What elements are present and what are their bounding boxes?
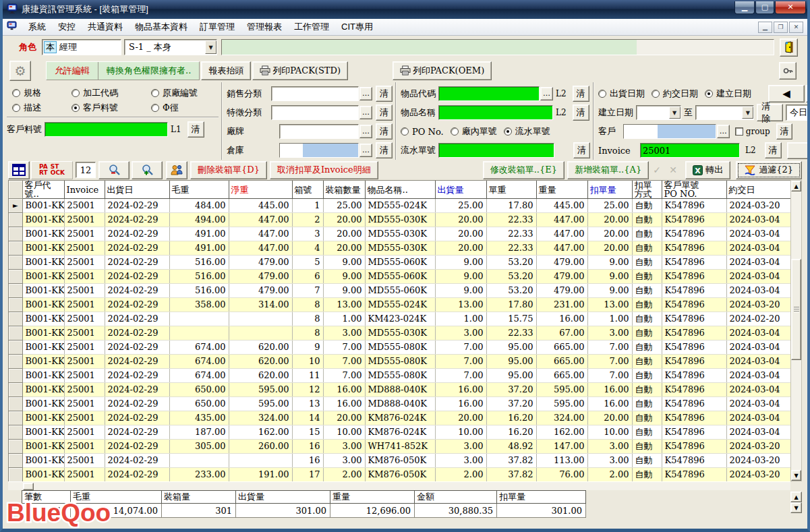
cell[interactable]: 674.00 xyxy=(169,341,229,355)
cell[interactable]: 自動 xyxy=(632,341,662,355)
cell[interactable]: 20.00 xyxy=(435,213,486,227)
cell[interactable]: 自動 xyxy=(632,213,662,227)
cell[interactable]: 12 xyxy=(292,383,323,397)
cell[interactable]: 3.00 xyxy=(435,454,486,468)
cell[interactable]: 2024-02-29 xyxy=(105,397,169,411)
cell[interactable]: 25001 xyxy=(64,227,105,241)
export-button[interactable]: X 轉出 xyxy=(685,161,730,179)
row-selector[interactable] xyxy=(9,468,22,482)
cell[interactable]: 22.33 xyxy=(486,227,536,241)
add-packing-button[interactable]: 新增裝箱單..{A} xyxy=(567,161,649,179)
clear-invoice-button[interactable]: 清 xyxy=(765,142,782,158)
cell[interactable]: 2024-03-04 xyxy=(726,241,791,256)
cell[interactable]: MD555-080K xyxy=(365,369,435,383)
cell[interactable]: 7.00 xyxy=(323,369,365,383)
row-selector[interactable] xyxy=(9,241,22,256)
today-combo[interactable]: 今日 ▼ xyxy=(786,105,810,121)
cell[interactable]: 20.00 xyxy=(435,411,486,425)
cell[interactable]: 10 xyxy=(292,355,323,369)
cell[interactable]: 2024-02-29 xyxy=(105,355,169,369)
cell[interactable]: 1.00 xyxy=(323,312,365,326)
cell[interactable]: 16.00 xyxy=(435,383,486,397)
cell[interactable]: 自動 xyxy=(632,270,662,284)
cell[interactable]: 3.00 xyxy=(587,454,632,468)
cell[interactable]: 2024-03-20 xyxy=(726,468,791,482)
date-to-combo[interactable]: ▼ xyxy=(695,105,755,120)
search-mode-option[interactable]: 加工代碼 xyxy=(71,86,144,100)
row-selector[interactable] xyxy=(9,425,22,440)
cell[interactable]: B001-KK xyxy=(22,326,64,341)
clear-warehouse-button[interactable]: 清 xyxy=(376,142,393,158)
cell[interactable]: 2024-02-29 xyxy=(105,383,169,397)
cell[interactable] xyxy=(229,326,292,341)
warehouse-code-part[interactable] xyxy=(280,144,303,157)
role-select[interactable]: S-1 _ 本身 ▼ xyxy=(124,39,217,55)
customer-input[interactable] xyxy=(623,124,716,139)
cell[interactable]: 2024-02-29 xyxy=(105,468,169,482)
menu-item[interactable]: 管理報表 xyxy=(241,20,288,34)
cell[interactable]: 20.00 xyxy=(435,241,486,256)
cell[interactable]: 1.00 xyxy=(435,312,486,326)
cell[interactable]: 2024-03-04 xyxy=(726,369,791,383)
cell[interactable]: 674.00 xyxy=(169,369,229,383)
cell[interactable]: K547896 xyxy=(662,369,726,383)
table-row[interactable]: B001-KK250012024-02-29187.00162.001510.0… xyxy=(9,425,791,440)
cell[interactable]: 22.33 xyxy=(486,213,536,227)
search-mode-option[interactable]: 客戶料號 xyxy=(71,100,144,115)
cell[interactable]: KM876-024K xyxy=(365,425,435,440)
cell[interactable]: 3.00 xyxy=(587,326,632,341)
cell[interactable]: 25001 xyxy=(64,213,105,227)
cell[interactable]: 2024-02-29 xyxy=(105,227,169,241)
cell[interactable]: 16.00 xyxy=(587,383,632,397)
invoice-input[interactable] xyxy=(640,143,740,158)
customer-name-part[interactable] xyxy=(658,125,716,138)
cell[interactable]: 2024-02-29 xyxy=(105,425,169,440)
cell[interactable]: 17 xyxy=(292,468,323,482)
cell[interactable]: 95.00 xyxy=(486,369,536,383)
cell[interactable]: 595.00 xyxy=(536,383,587,397)
cell[interactable]: 自動 xyxy=(632,440,662,454)
cell[interactable]: B001-KK xyxy=(22,341,64,355)
cell[interactable]: 620.00 xyxy=(229,341,292,355)
item-code-input[interactable] xyxy=(438,86,540,101)
row-selector[interactable] xyxy=(9,383,22,397)
cell[interactable]: 20.00 xyxy=(587,227,632,241)
table-row[interactable]: B001-KK250012024-02-29491.00447.00420.00… xyxy=(9,241,791,256)
cell[interactable]: B001-KK xyxy=(22,312,64,326)
radio-icon[interactable] xyxy=(71,104,80,112)
cell[interactable]: 25001 xyxy=(64,440,105,454)
cell[interactable]: 595.00 xyxy=(536,397,587,411)
cell[interactable]: 2024-03-04 xyxy=(726,383,791,397)
cell[interactable]: 2024-03-20 xyxy=(726,199,791,213)
item-name-input[interactable] xyxy=(438,105,553,120)
cell[interactable]: 67.00 xyxy=(536,326,587,341)
cell[interactable]: 25001 xyxy=(64,199,105,213)
cell[interactable]: MD555-060K xyxy=(365,270,435,284)
cell[interactable]: 113.00 xyxy=(536,454,587,468)
cell[interactable]: K547896 xyxy=(662,241,726,256)
cell[interactable]: 25001 xyxy=(64,468,105,482)
cell[interactable]: 13.00 xyxy=(435,298,486,312)
column-header[interactable]: 毛重 xyxy=(169,181,229,199)
row-selector[interactable] xyxy=(9,227,22,241)
cell[interactable]: 7.00 xyxy=(435,341,486,355)
radio-icon[interactable] xyxy=(151,89,159,97)
cell[interactable]: K547896 xyxy=(662,397,726,411)
zoom-in-button[interactable] xyxy=(132,161,163,179)
cell[interactable]: B001-KK xyxy=(22,411,64,425)
vertical-scrollbar[interactable]: ▲ ▼ xyxy=(790,180,802,481)
table-row[interactable]: B001-KK250012024-02-29435.00324.001420.0… xyxy=(9,411,791,425)
cell[interactable]: 9.00 xyxy=(435,270,486,284)
cell[interactable]: 650.00 xyxy=(169,383,229,397)
cell[interactable]: 20.00 xyxy=(323,213,365,227)
cell[interactable]: 8 xyxy=(292,298,323,312)
clear-customer-part-button[interactable]: 清 xyxy=(187,121,204,138)
cell[interactable]: 2024-03-04 xyxy=(726,256,791,270)
cell[interactable]: 自動 xyxy=(632,284,662,298)
table-row[interactable]: B001-KK250012024-02-29674.00620.0097.00M… xyxy=(9,341,791,355)
table-row[interactable]: B001-KK250012024-02-29163.00KM876-050K3.… xyxy=(9,454,791,468)
row-selector[interactable] xyxy=(9,298,22,312)
cell[interactable]: 665.00 xyxy=(536,369,587,383)
cell[interactable]: 自動 xyxy=(632,383,662,397)
cell[interactable]: 25001 xyxy=(64,383,105,397)
